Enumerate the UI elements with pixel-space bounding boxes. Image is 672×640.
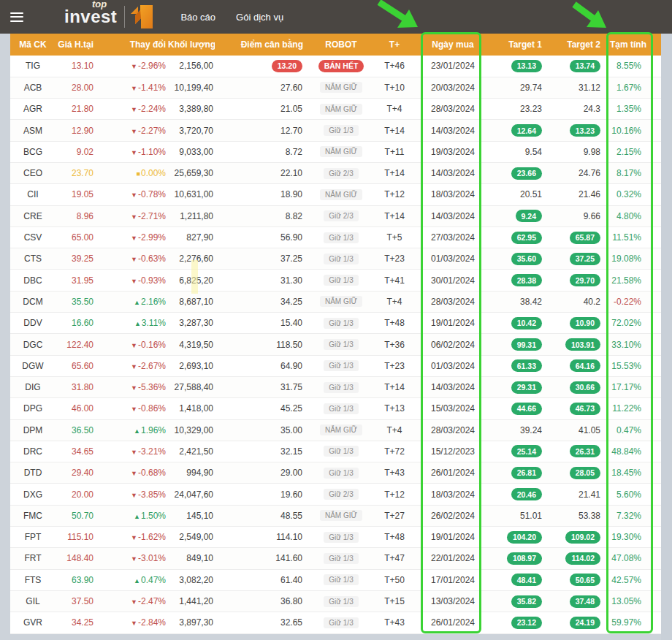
col-header-ma-ck[interactable]: Mã CK <box>10 34 56 56</box>
stock-code[interactable]: DDV <box>23 318 42 328</box>
table-row[interactable]: CSV 65.00 ▼-2.99% 827,90 56.90 Giữ 1/3 T… <box>10 226 661 248</box>
volume: 27,588,40 <box>167 376 215 397</box>
col-header-tam-tinh[interactable]: Tạm tính <box>602 34 661 56</box>
buy-date: 19/01/2024 <box>411 527 495 548</box>
stock-code[interactable]: AGR <box>23 104 42 114</box>
stock-code[interactable]: CRE <box>23 211 42 221</box>
stock-code[interactable]: DGC <box>23 340 43 350</box>
col-header-gia-hien-tai[interactable]: Giá H.tại <box>56 34 95 56</box>
table-row[interactable]: CII 19.05 ▼-0.78% 10,631,00 18.90 NẮM GI… <box>10 184 661 205</box>
stock-code[interactable]: CII <box>27 189 38 199</box>
balance-point: 31.75 <box>280 382 302 392</box>
table-row[interactable]: DTD 29.40 ▼-0.68% 994,90 29.00 Giữ 1/3 T… <box>10 462 661 484</box>
table-row[interactable]: DBC 31.95 ▼-0.93% 6,825,20 31.30 Giữ 1/3… <box>10 270 661 291</box>
stock-code[interactable]: ASM <box>23 126 42 136</box>
target2-value: 46.73 <box>570 403 600 415</box>
hamburger-menu-icon[interactable] <box>10 12 23 22</box>
target2-value: 41.05 <box>579 425 600 435</box>
price-change: ▼-2.96% <box>131 61 166 71</box>
stock-code[interactable]: DRC <box>23 446 42 457</box>
scrollbar-track[interactable] <box>661 34 672 640</box>
table-row[interactable]: DCM 35.50 ▲2.16% 8,687,10 34.25 NẮM GIỮ … <box>10 291 661 312</box>
volume: 4,319,50 <box>167 334 215 355</box>
table-row[interactable]: AGR 21.80 ▼-2.24% 3,389,80 21.05 NẮM GIỮ… <box>10 99 661 120</box>
stock-code[interactable]: CEO <box>23 168 42 178</box>
table-row[interactable]: FMC 50.70 ▲1.50% 145,10 48.55 NẮM GIỮ T+… <box>10 505 661 526</box>
table-row[interactable]: ASM 12.90 ▼-2.27% 3,720,70 12.70 Giữ 1/3… <box>10 120 661 141</box>
current-price: 12.90 <box>72 126 93 136</box>
col-header-diem-can-bang[interactable]: Điểm cân bằng <box>215 34 305 56</box>
table-row[interactable]: CEO 23.70 ■0.00% 25,659,30 22.10 Giữ 2/3… <box>10 162 661 183</box>
buy-date: 19/01/2024 <box>411 313 495 334</box>
table-row[interactable]: DPM 36.50 ▲1.96% 10,329,00 35.00 NẮM GIỮ… <box>10 419 661 441</box>
buy-date: 28/03/2024 <box>411 419 495 441</box>
price-change: ▲2.16% <box>134 297 166 307</box>
col-header-target-2[interactable]: Target 2 <box>543 34 602 56</box>
stock-code[interactable]: DPM <box>23 425 43 435</box>
price-change: ▼-5.36% <box>131 382 166 392</box>
provisional-percent: 5.60% <box>616 489 641 500</box>
table-row[interactable]: TIG 13.10 ▼-2.96% 2,156,00 13.20 BÁN HẾT… <box>10 56 661 77</box>
table-row[interactable]: CTS 39.25 ▼-0.63% 2,276,60 37.25 Giữ 1/3… <box>10 248 661 270</box>
stock-code[interactable]: FRT <box>24 553 41 563</box>
t-plus: T+48 <box>378 313 411 334</box>
stock-code[interactable]: BCG <box>23 147 42 157</box>
stock-code[interactable]: DGW <box>22 361 43 371</box>
robot-signal-badge: Giữ 1/3 <box>324 275 358 286</box>
table-row[interactable]: DXG 20.00 ▼-3.85% 24,047,60 19.60 Giữ 2/… <box>10 484 661 505</box>
col-header-khoi-luong[interactable]: Khối lượng <box>167 34 215 56</box>
stock-code[interactable]: FPT <box>25 532 42 542</box>
table-row[interactable]: DIG 31.80 ▼-5.36% 27,588,40 31.75 Giữ 1/… <box>10 376 661 397</box>
trend-icon: ▼ <box>131 128 137 135</box>
stock-code[interactable]: TIG <box>26 61 40 71</box>
stock-code[interactable]: GVR <box>23 617 42 628</box>
table-row[interactable]: ACB 28.00 ▼-1.41% 10,199,40 27.60 NẮM GI… <box>10 77 661 98</box>
table-row[interactable]: CRE 8.96 ▼-2.71% 1,211,80 8.82 Giữ 2/3 T… <box>10 205 661 226</box>
app-logo[interactable]: top invest <box>64 5 153 28</box>
stock-code[interactable]: CTS <box>24 254 42 264</box>
stock-code[interactable]: DBC <box>23 275 42 286</box>
price-change: ▼-3.85% <box>131 489 166 500</box>
col-header-thay-doi[interactable]: Thay đổi <box>95 34 167 56</box>
table-row[interactable]: DPG 46.00 ▼-0.86% 1,418,00 45.25 Giữ 1/3… <box>10 398 661 419</box>
t-plus: T+36 <box>378 334 411 355</box>
stock-code[interactable]: ACB <box>24 83 42 93</box>
stock-code[interactable]: DCM <box>23 297 42 307</box>
stock-code[interactable]: FMC <box>23 511 42 521</box>
stock-code[interactable]: DPG <box>23 403 42 414</box>
table-row[interactable]: DDV 16.60 ▲3.11% 3,287,30 15.40 Giữ 1/3 … <box>10 313 661 334</box>
trend-icon: ▼ <box>131 470 137 477</box>
buy-date: 17/01/2024 <box>411 569 495 590</box>
volume: 1,418,00 <box>167 398 215 419</box>
table-row[interactable]: GIL 37.50 ▼-2.47% 1,441,20 36.80 Giữ 1/3… <box>10 590 661 612</box>
table-row[interactable]: DGC 122.40 ▼-0.16% 4,319,50 118.50 Giữ 1… <box>10 334 661 355</box>
target2-value: 9.98 <box>584 147 600 157</box>
trend-icon: ▼ <box>131 384 137 392</box>
stock-code[interactable]: DTD <box>24 468 42 478</box>
stock-table: Mã CK Giá H.tại Thay đổi Khối lượng Điểm… <box>10 34 661 634</box>
table-row[interactable]: DRC 34.65 ▼-3.21% 2,421,50 32.15 Giữ 1/3… <box>10 441 661 462</box>
table-row[interactable]: BCG 9.02 ▼-1.10% 9,033,00 8.72 NẮM GIỮ T… <box>10 141 661 162</box>
robot-signal-badge: Giữ 1/3 <box>324 232 358 243</box>
stock-code[interactable]: CSV <box>24 232 42 243</box>
table-row[interactable]: FTS 63.90 ▲0.47% 3,082,20 61.40 Giữ 1/3 … <box>10 569 661 590</box>
stock-code[interactable]: DIG <box>25 382 40 392</box>
current-price: 115.10 <box>67 532 93 542</box>
stock-code[interactable]: FTS <box>25 575 42 585</box>
nav-item-bao-cao[interactable]: Báo cáo <box>180 12 215 23</box>
table-row[interactable]: DGW 65.60 ▼-2.67% 2,693,10 64.90 Giữ 1/3… <box>10 355 661 376</box>
table-row[interactable]: GVR 34.25 ▼-2.84% 3,897,30 32.65 Giữ 1/3… <box>10 612 661 633</box>
col-header-target-1[interactable]: Target 1 <box>495 34 543 56</box>
col-header-t-plus[interactable]: T+ <box>378 34 411 56</box>
target1-value: 39.24 <box>520 425 542 435</box>
provisional-percent: 13.05% <box>611 596 641 606</box>
table-row[interactable]: FPT 115.10 ▼-1.62% 2,549,00 114.10 Giữ 1… <box>10 527 661 548</box>
stock-code[interactable]: GIL <box>26 596 39 606</box>
col-header-ngay-mua[interactable]: Ngày mua <box>411 34 495 56</box>
stock-code[interactable]: DXG <box>23 489 42 500</box>
trend-icon: ▼ <box>131 620 137 627</box>
col-header-robot[interactable]: ROBOT <box>305 34 378 56</box>
t-plus: T+23 <box>378 248 411 270</box>
table-row[interactable]: FRT 148.40 ▼-3.01% 849,10 141.60 Giữ 1/3… <box>10 548 661 569</box>
nav-item-goi-dich-vu[interactable]: Gói dịch vụ <box>236 12 283 23</box>
